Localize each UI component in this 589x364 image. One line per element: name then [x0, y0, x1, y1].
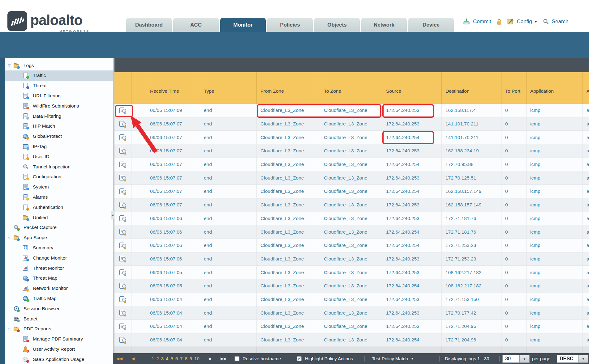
cell-to-zone[interactable]: Cloudflare_L3_Zone	[320, 239, 382, 252]
cell-to-zone[interactable]: Cloudflare_L3_Zone	[320, 293, 382, 306]
cell-to-port[interactable]: 0	[501, 306, 527, 320]
column-header-application[interactable]: Application	[527, 72, 583, 104]
collapse-sidebar-icon[interactable]: ◀	[111, 211, 114, 219]
log-detail-icon[interactable]	[119, 337, 127, 343]
cell-source[interactable]: 172.64.240.253	[382, 266, 442, 279]
cell-destination[interactable]: 172.71.204.96	[442, 320, 501, 333]
cell-action[interactable]: a	[583, 266, 589, 279]
cell-to-zone[interactable]: Cloudflare_L3_Zone	[320, 333, 382, 347]
cell-to-zone[interactable]: Cloudflare_L3_Zone	[320, 117, 382, 131]
sidebar-item-tunnel-inspection[interactable]: Tunnel Inspection	[5, 162, 113, 172]
cell-source[interactable]: 172.64.240.253	[382, 171, 442, 184]
cell-destination[interactable]: 172.71.253.23	[442, 239, 501, 252]
cell-to-zone[interactable]: Cloudflare_L3_Zone	[320, 279, 382, 293]
cell-to-port[interactable]: 0	[501, 144, 527, 158]
page-number-8[interactable]: 8	[185, 356, 187, 361]
cell-to-zone[interactable]: Cloudflare_L3_Zone	[320, 104, 382, 117]
cell-source[interactable]: 172.64.240.253	[382, 198, 442, 212]
cell-to-port[interactable]: 0	[501, 279, 527, 293]
page-number-6[interactable]: 6	[175, 356, 178, 361]
cell-action[interactable]: a	[583, 131, 589, 144]
commit-button[interactable]: Commit	[473, 19, 491, 25]
sidebar-item-ip-tag[interactable]: IP-Tag	[5, 141, 113, 151]
per-page-caret-icon[interactable]: ▼	[520, 355, 530, 363]
cell-application[interactable]: icmp	[527, 225, 583, 239]
cell-to-port[interactable]: 0	[501, 198, 527, 212]
sidebar-item-url-filtering[interactable]: URL Filtering	[5, 91, 113, 101]
log-detail-icon[interactable]	[119, 215, 127, 221]
cell-destination[interactable]: 162.158.234.19	[442, 144, 501, 158]
cell-application[interactable]: icmp	[527, 158, 583, 171]
cell-from-zone[interactable]: Cloudflare_L3_Zone	[257, 171, 320, 184]
cell-application[interactable]: icmp	[527, 104, 583, 117]
cell-destination[interactable]: 108.162.217.182	[442, 279, 501, 293]
column-header-from-zone[interactable]: From Zone	[257, 72, 320, 104]
log-detail-icon[interactable]	[119, 108, 127, 113]
cell-to-port[interactable]: 0	[501, 225, 527, 239]
cell-from-zone[interactable]: Cloudflare_L3_Zone	[257, 279, 320, 293]
sort-order-select[interactable]: DESC	[557, 355, 578, 363]
tab-device[interactable]: Device	[408, 18, 454, 32]
cell-action[interactable]: a	[583, 293, 589, 306]
cell-destination[interactable]: 172.70.177.42	[442, 306, 501, 320]
cell-from-zone[interactable]: Cloudflare_L3_Zone	[257, 225, 320, 239]
cell-to-zone[interactable]: Cloudflare_L3_Zone	[320, 320, 382, 333]
tab-acc[interactable]: ACC	[173, 18, 219, 32]
sidebar-item-change-monitor[interactable]: Change Monitor	[5, 253, 113, 263]
cell-type[interactable]: end	[200, 158, 257, 171]
cell-application[interactable]: icmp	[527, 266, 583, 279]
cell-type[interactable]: end	[200, 198, 257, 212]
cell-application[interactable]: icmp	[527, 333, 583, 347]
log-detail-icon[interactable]	[119, 243, 127, 248]
log-detail-icon[interactable]	[119, 296, 127, 302]
cell-type[interactable]: end	[200, 320, 257, 333]
cell-to-zone[interactable]: Cloudflare_L3_Zone	[320, 225, 382, 239]
page-number-3[interactable]: 3	[161, 356, 164, 361]
cell-to-port[interactable]: 0	[501, 293, 527, 306]
cell-source[interactable]: 172.64.240.253	[382, 117, 442, 131]
cell-type[interactable]: end	[200, 131, 257, 144]
column-header-source[interactable]: Source	[382, 72, 442, 104]
sidebar-item-configuration[interactable]: Configuration	[5, 172, 113, 182]
cell-type[interactable]: end	[200, 185, 257, 198]
column-header-destination[interactable]: Destination	[442, 72, 501, 104]
cell-from-zone[interactable]: Cloudflare_L3_Zone	[257, 266, 320, 279]
cell-source[interactable]: 172.64.240.253	[382, 306, 442, 320]
cell-from-zone[interactable]: Cloudflare_L3_Zone	[257, 239, 320, 252]
log-detail-icon[interactable]	[119, 134, 127, 140]
cell-to-zone[interactable]: Cloudflare_L3_Zone	[320, 171, 382, 184]
cell-destination[interactable]: 172.71.204.96	[442, 333, 501, 347]
cell-to-port[interactable]: 0	[501, 333, 527, 347]
cell-destination[interactable]: 172.71.253.23	[442, 252, 501, 266]
cell-source[interactable]: 172.64.240.253	[382, 144, 442, 158]
sidebar-item-system[interactable]: System	[5, 182, 113, 192]
cell-type[interactable]: end	[200, 279, 257, 293]
config-button[interactable]: Config	[517, 19, 532, 25]
cell-application[interactable]: icmp	[527, 239, 583, 252]
log-detail-icon[interactable]	[119, 283, 127, 289]
sort-order-caret-icon[interactable]: ▼	[578, 355, 588, 363]
sidebar-item-packet-capture[interactable]: Packet Capture	[5, 222, 113, 233]
sidebar-item-data-filtering[interactable]: Data Filtering	[5, 111, 113, 121]
sidebar-item-session-browser[interactable]: Session Browser	[5, 303, 113, 314]
cell-from-zone[interactable]: Cloudflare_L3_Zone	[257, 252, 320, 266]
first-page-button[interactable]: ◀◀	[116, 353, 123, 364]
cell-from-zone[interactable]: Cloudflare_L3_Zone	[257, 131, 320, 144]
cell-source[interactable]: 172.64.240.254	[382, 333, 442, 347]
sidebar-item-botnet[interactable]: Botnet	[5, 314, 113, 324]
sidebar-item-alarms[interactable]: Alarms	[5, 192, 113, 202]
sidebar-item-manage-pdf-summary[interactable]: Manage PDF Summary	[5, 334, 113, 344]
cell-source[interactable]: 172.64.240.253	[382, 293, 442, 306]
column-header-receive-time[interactable]: Receive Time	[146, 72, 200, 104]
cell-to-port[interactable]: 0	[501, 212, 527, 225]
tab-dashboard[interactable]: Dashboard	[126, 18, 172, 32]
highlight-policy-actions-checkbox[interactable]: ✔	[297, 356, 302, 361]
sidebar-item-globalprotect[interactable]: GlobalProtect	[5, 131, 113, 142]
cell-from-zone[interactable]: Cloudflare_L3_Zone	[257, 333, 320, 347]
cell-application[interactable]: icmp	[527, 198, 583, 212]
log-detail-icon[interactable]	[119, 324, 127, 329]
cell-destination[interactable]: 141.101.70.211	[442, 117, 501, 131]
sidebar-item-saas-application-usage[interactable]: SaaS Application Usage	[5, 354, 113, 364]
cell-action[interactable]: a	[583, 306, 589, 320]
cell-source[interactable]: 172.64.240.254	[382, 158, 442, 171]
